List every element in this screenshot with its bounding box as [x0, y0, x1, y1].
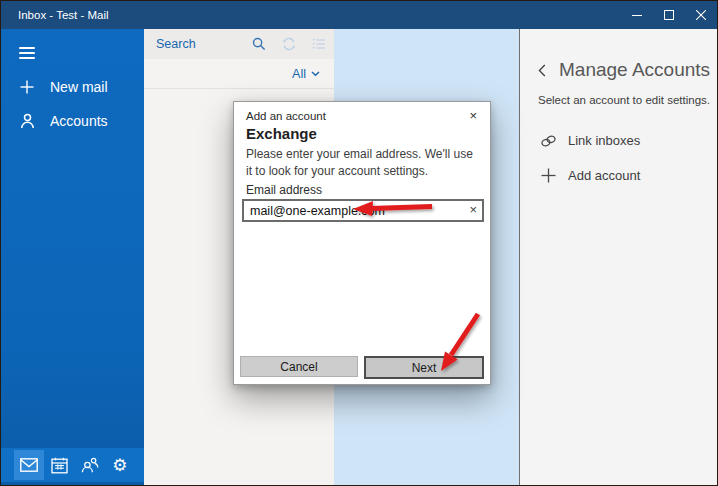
mail-tab[interactable]	[14, 450, 44, 480]
add-account-label: Add account	[568, 168, 640, 183]
gear-icon: ⚙	[112, 457, 127, 474]
close-button[interactable]	[685, 1, 717, 29]
link-inboxes-label: Link inboxes	[568, 133, 640, 148]
bottom-app-tabs: ⚙	[1, 448, 144, 482]
panel-title: Manage Accounts	[559, 59, 710, 81]
mail-filter-row: All	[144, 59, 334, 89]
settings-tab[interactable]: ⚙	[105, 450, 135, 480]
filter-icon[interactable]	[304, 29, 334, 59]
link-inboxes-item[interactable]: Link inboxes	[520, 123, 718, 158]
person-icon	[19, 113, 35, 129]
titlebar: Inbox - Test - Mail	[1, 1, 717, 29]
manage-accounts-panel: Manage Accounts Select an account to edi…	[519, 29, 718, 485]
mail-envelope-icon	[20, 458, 38, 472]
plus-icon	[540, 167, 557, 184]
email-input[interactable]	[242, 199, 484, 222]
new-mail-button[interactable]: New mail	[1, 70, 144, 104]
calendar-icon	[51, 457, 68, 474]
link-chain-icon	[540, 132, 557, 149]
minimize-icon	[632, 10, 642, 20]
back-button[interactable]	[538, 64, 546, 77]
new-mail-label: New mail	[50, 79, 108, 95]
hamburger-menu-button[interactable]	[19, 42, 35, 64]
accounts-label: Accounts	[50, 113, 108, 129]
accounts-button[interactable]: Accounts	[1, 104, 144, 138]
dialog-description: Please enter your email address. We'll u…	[246, 146, 482, 180]
exchange-heading: Exchange	[246, 125, 317, 142]
chevron-left-icon	[538, 64, 546, 77]
add-account-item[interactable]: Add account	[520, 158, 718, 193]
search-icon[interactable]	[244, 29, 274, 59]
add-account-dialog: Add an account × Exchange Please enter y…	[233, 101, 491, 385]
people-tab[interactable]	[75, 450, 105, 480]
search-bar[interactable]: Search	[144, 29, 334, 59]
maximize-button[interactable]	[653, 1, 685, 29]
panel-subtitle: Select an account to edit settings.	[538, 94, 718, 106]
panel-header: Manage Accounts	[538, 59, 718, 81]
email-address-label: Email address	[246, 183, 322, 197]
window-title: Inbox - Test - Mail	[1, 9, 621, 21]
chevron-down-icon[interactable]	[311, 71, 320, 77]
dialog-close-button[interactable]: ×	[466, 108, 480, 123]
clear-input-button[interactable]: ×	[469, 202, 477, 218]
maximize-icon	[664, 10, 674, 20]
minimize-button[interactable]	[621, 1, 653, 29]
calendar-tab[interactable]	[44, 450, 74, 480]
sync-icon[interactable]	[274, 29, 304, 59]
close-icon	[696, 10, 706, 20]
dialog-title: Add an account	[246, 110, 326, 122]
mail-app-window: Inbox - Test - Mail New mail Accounts	[0, 0, 718, 486]
nav-sidebar: New mail Accounts	[1, 29, 144, 485]
search-input[interactable]: Search	[156, 37, 244, 51]
filter-all-dropdown[interactable]: All	[292, 67, 306, 81]
plus-icon	[19, 79, 35, 95]
next-button[interactable]: Next	[364, 356, 484, 379]
cancel-button[interactable]: Cancel	[240, 356, 358, 377]
people-icon	[81, 457, 99, 473]
